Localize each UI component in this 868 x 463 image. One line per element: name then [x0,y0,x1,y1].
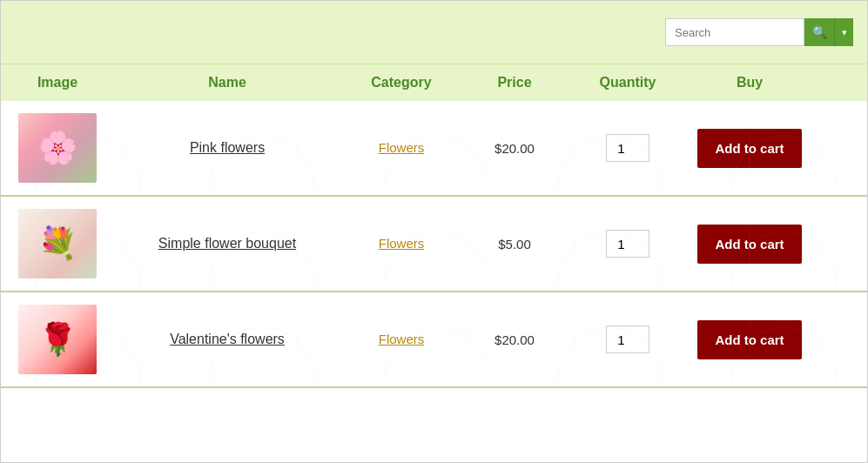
product-name-cell: Pink flowers [114,140,340,156]
product-price-cell: $5.00 [462,237,567,252]
col-header-price: Price [462,75,567,91]
table-row: Simple flower bouquet Flowers $5.00 Add … [1,197,867,292]
product-image-cell [1,209,114,278]
product-category-cell: Flowers [340,140,462,156]
quantity-input[interactable] [606,134,649,162]
product-price: $5.00 [498,237,531,252]
product-price: $20.00 [495,332,535,347]
product-category-link[interactable]: Flowers [379,236,425,251]
product-image-cell [1,113,114,183]
product-quantity-cell [567,230,689,258]
col-header-name: Name [114,75,340,91]
col-header-category: Category [340,75,462,91]
product-buy-cell: Add to cart [689,129,811,168]
add-to-cart-button[interactable]: Add to cart [697,129,801,168]
search-button[interactable]: 🔍 [804,18,834,46]
product-image [18,113,97,183]
product-image [18,305,97,374]
product-category-cell: Flowers [340,236,462,252]
table-row: Valentine's flowers Flowers $20.00 Add t… [1,292,867,388]
product-price-cell: $20.00 [462,332,567,347]
search-input[interactable] [665,18,804,46]
product-quantity-cell [567,134,689,162]
table-row: Pink flowers Flowers $20.00 Add to cart [1,101,867,197]
search-icon: 🔍 [812,25,827,39]
product-quantity-cell [567,325,689,353]
product-image-cell [1,305,114,374]
col-header-image: Image [1,75,114,91]
product-price: $20.00 [495,141,535,156]
product-name-link[interactable]: Pink flowers [190,140,265,155]
search-wrapper: 🔍 ▾ [665,18,853,46]
quantity-input[interactable] [606,230,649,258]
product-name-link[interactable]: Valentine's flowers [170,332,285,346]
product-name-link[interactable]: Simple flower bouquet [158,236,296,251]
product-name-cell: Valentine's flowers [114,332,340,347]
product-price-cell: $20.00 [462,141,567,156]
add-to-cart-button[interactable]: Add to cart [697,320,801,359]
product-category-link[interactable]: Flowers [379,140,425,155]
product-buy-cell: Add to cart [689,225,811,264]
product-category-link[interactable]: Flowers [379,332,425,346]
product-image [18,209,97,278]
chevron-down-icon: ▾ [842,27,847,38]
header: 🔍 ▾ [1,1,867,64]
product-buy-cell: Add to cart [689,320,811,359]
product-category-cell: Flowers [340,332,462,347]
product-name-cell: Simple flower bouquet [114,236,340,252]
add-to-cart-button[interactable]: Add to cart [697,225,801,264]
col-header-buy: Buy [689,75,811,91]
quantity-input[interactable] [606,325,649,353]
search-dropdown-button[interactable]: ▾ [834,18,853,46]
col-header-quantity: Quantity [567,75,689,91]
column-headers: Image Name Category Price Quantity Buy [1,64,867,101]
